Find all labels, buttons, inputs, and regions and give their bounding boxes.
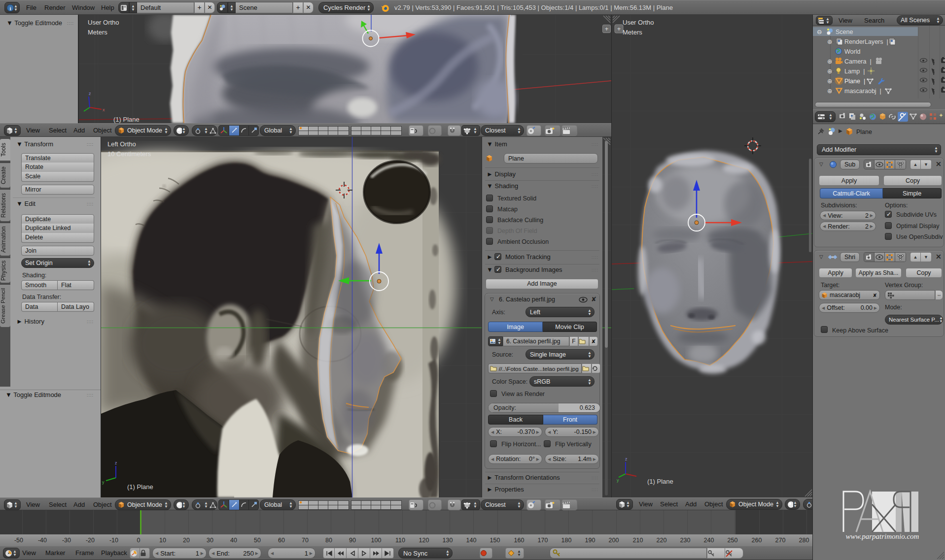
svg-text:40: 40 bbox=[230, 537, 237, 544]
svg-text:250: 250 bbox=[728, 537, 738, 544]
svg-text:www.parpatrimonio.com: www.parpatrimonio.com bbox=[846, 532, 919, 540]
svg-text:180: 180 bbox=[561, 537, 572, 544]
svg-text:i: i bbox=[9, 5, 11, 11]
svg-text:230: 230 bbox=[680, 537, 691, 544]
svg-text:110: 110 bbox=[395, 537, 405, 544]
svg-text:x: x bbox=[103, 107, 105, 112]
svg-text:260: 260 bbox=[752, 537, 762, 544]
svg-text:80: 80 bbox=[325, 537, 332, 544]
svg-text:100: 100 bbox=[371, 537, 382, 544]
svg-text:30: 30 bbox=[207, 537, 213, 544]
svg-text:220: 220 bbox=[657, 537, 667, 544]
svg-text:70: 70 bbox=[302, 537, 309, 544]
svg-text:0: 0 bbox=[137, 537, 140, 544]
svg-text:z: z bbox=[115, 461, 117, 465]
svg-text:20: 20 bbox=[183, 537, 190, 544]
svg-text:190: 190 bbox=[585, 537, 595, 544]
svg-text:z: z bbox=[625, 457, 628, 461]
svg-text:90: 90 bbox=[349, 537, 356, 544]
svg-text:270: 270 bbox=[775, 537, 786, 544]
svg-text:210: 210 bbox=[633, 537, 643, 544]
svg-text:60: 60 bbox=[278, 537, 285, 544]
svg-text:y: y bbox=[617, 478, 619, 483]
svg-text:z: z bbox=[89, 91, 91, 96]
svg-text:150: 150 bbox=[490, 537, 500, 544]
svg-text:140: 140 bbox=[466, 537, 477, 544]
svg-text:-40: -40 bbox=[38, 537, 47, 544]
svg-text:-50: -50 bbox=[14, 537, 23, 544]
svg-text:240: 240 bbox=[704, 537, 714, 544]
svg-text:200: 200 bbox=[609, 537, 619, 544]
svg-text:50: 50 bbox=[254, 537, 261, 544]
svg-text:170: 170 bbox=[538, 537, 548, 544]
svg-text:-30: -30 bbox=[62, 537, 71, 544]
svg-text:130: 130 bbox=[443, 537, 453, 544]
svg-text:280: 280 bbox=[799, 537, 809, 544]
svg-text:160: 160 bbox=[514, 537, 525, 544]
svg-text:+: + bbox=[617, 25, 621, 33]
svg-text:-20: -20 bbox=[86, 537, 95, 544]
svg-text:-10: -10 bbox=[109, 537, 118, 544]
svg-text:y: y bbox=[102, 480, 105, 485]
svg-text:10: 10 bbox=[159, 537, 166, 544]
svg-text:120: 120 bbox=[419, 537, 429, 544]
